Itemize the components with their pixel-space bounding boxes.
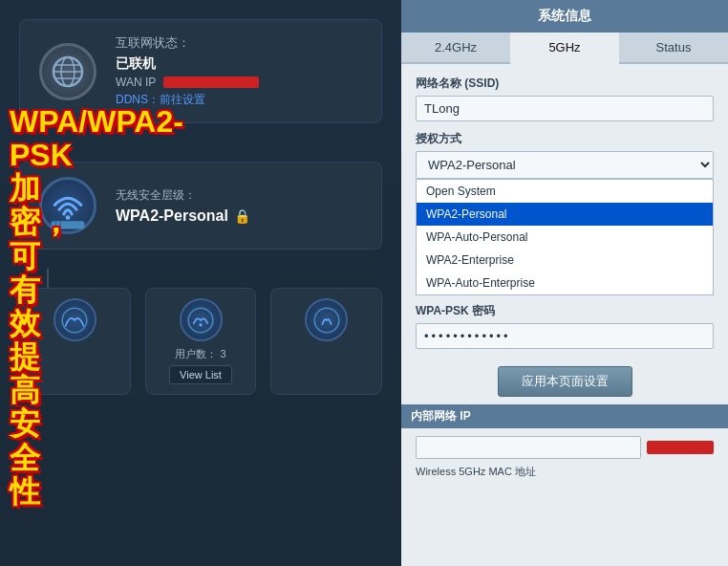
- wan-ip-label: WAN IP: [116, 76, 156, 89]
- wireless-card: 无线安全层级： WPA2-Personal 🔒: [19, 162, 382, 250]
- mini-card-2: 用户数： 3 View List: [145, 288, 257, 395]
- left-panel: 互联网状态： 已联机 WAN IP DDNS：前往设置: [0, 0, 401, 566]
- internet-status-label: 互联网状态：: [116, 34, 362, 52]
- apply-button[interactable]: 应用本页面设置: [498, 366, 632, 397]
- wireless-info: 无线安全层级： WPA2-Personal 🔒: [116, 187, 362, 225]
- mini-icon-3: [305, 298, 348, 341]
- wireless-value: WPA2-Personal 🔒: [116, 207, 362, 225]
- dropdown-item-wpa2-personal[interactable]: WPA2-Personal: [417, 203, 713, 226]
- users-label: 用户数： 3: [169, 347, 232, 361]
- users-count: 3: [220, 348, 225, 359]
- wpa-psk-input[interactable]: [416, 323, 714, 349]
- users-info: 用户数： 3 View List: [169, 347, 232, 384]
- auth-select-row: Open System WPA2-Personal WPA-Auto-Perso…: [416, 151, 714, 179]
- dropdown-item-wpa-auto-enterprise[interactable]: WPA-Auto-Enterprise: [417, 272, 713, 294]
- auth-label: 授权方式: [416, 131, 714, 147]
- internal-ip-input[interactable]: [416, 436, 641, 459]
- wan-ip-redacted: [163, 76, 259, 88]
- tab-5ghz[interactable]: 5GHz: [510, 33, 619, 64]
- svg-point-11: [199, 323, 202, 326]
- tab-2-4ghz[interactable]: 2.4GHz: [401, 33, 510, 62]
- auth-select[interactable]: Open System WPA2-Personal WPA-Auto-Perso…: [416, 151, 714, 179]
- wireless-label: 无线安全层级：: [116, 187, 362, 204]
- tab-status[interactable]: Status: [619, 33, 728, 62]
- dropdown-item-open-system[interactable]: Open System: [417, 180, 713, 203]
- mini-icon-1: [54, 298, 96, 341]
- panel-header: 系统信息: [401, 0, 728, 33]
- wpa-psk-label: WPA-PSK 密码: [416, 303, 714, 319]
- tabs-row: 2.4GHz 5GHz Status: [401, 33, 728, 64]
- view-list-button[interactable]: View List: [169, 365, 232, 384]
- ip-redacted: [647, 441, 714, 454]
- ssid-input[interactable]: [416, 96, 714, 121]
- internal-ip-section: 内部网络 IP: [401, 404, 728, 428]
- ssid-label: 网络名称 (SSID): [416, 76, 714, 92]
- globe-icon: [39, 43, 96, 100]
- wan-ip-row: WAN IP: [116, 76, 362, 89]
- bottom-cards-row: 用户数： 3 View List: [19, 288, 382, 395]
- auth-dropdown-open: Open System WPA2-Personal WPA-Auto-Perso…: [416, 179, 714, 295]
- right-content: 网络名称 (SSID) 授权方式 Open System WPA2-Person…: [401, 64, 728, 490]
- wireless-value-text: WPA2-Personal: [116, 207, 228, 225]
- status-info: 互联网状态： 已联机 WAN IP DDNS：前往设置: [116, 34, 362, 108]
- dropdown-item-wpa2-enterprise[interactable]: WPA2-Enterprise: [417, 249, 713, 272]
- lock-icon: 🔒: [234, 208, 250, 224]
- mini-icon-2: [180, 298, 223, 341]
- dropdown-item-wpa-auto-personal[interactable]: WPA-Auto-Personal: [417, 226, 713, 249]
- mini-card-3: [270, 288, 382, 395]
- mac-label: Wireless 5GHz MAC 地址: [416, 465, 714, 479]
- internal-ip-row: [416, 436, 714, 459]
- right-panel: 系统信息 2.4GHz 5GHz Status 网络名称 (SSID) 授权方式…: [401, 0, 728, 566]
- internet-status-value: 已联机: [116, 55, 362, 73]
